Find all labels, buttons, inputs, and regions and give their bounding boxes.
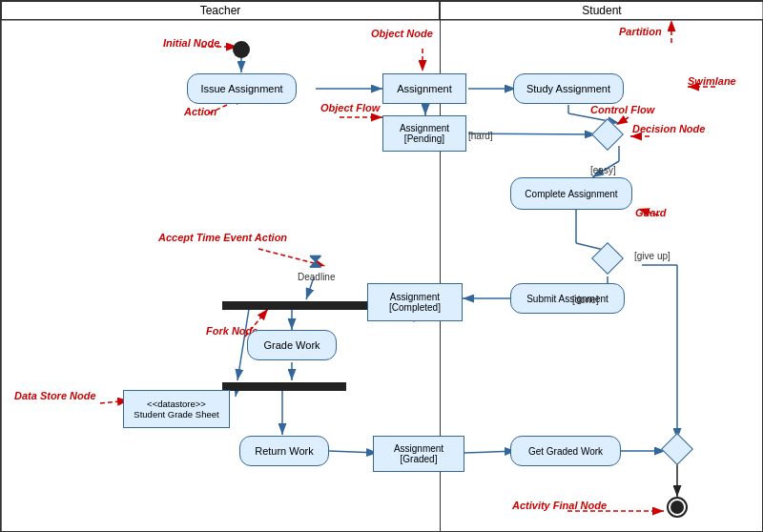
final-diamond-node (661, 433, 693, 465)
swimlane-student-header: Student (440, 1, 763, 20)
join-bar (222, 382, 346, 391)
svg-line-26 (329, 451, 378, 453)
assignment-pending-node: Assignment[Pending] (382, 115, 466, 152)
svg-line-27 (464, 451, 516, 453)
study-assignment-node: Study Assignment (513, 73, 624, 104)
assignment-graded-node: Assignment[Graded] (373, 436, 464, 472)
object-node-annotation: Object Node (371, 28, 433, 39)
give-up-guard: [give up] (634, 251, 670, 261)
easy-guard: [easy] (590, 165, 616, 175)
assignment-obj-node: Assignment (382, 73, 466, 104)
submit-assignment-node: Submit Assignment (510, 283, 625, 314)
deadline-node: ⧗ Deadline (298, 251, 332, 282)
hard-guard: [hard] (468, 131, 493, 141)
accept-time-annotation: Accept Time Event Action (158, 232, 287, 243)
diagram-container: Teacher Student (0, 0, 763, 532)
teacher-label: Teacher (200, 4, 241, 17)
control-flow-annotation: Control Flow (590, 104, 654, 115)
decision-node-annotation: Decision Node (632, 123, 705, 134)
initial-node (233, 41, 250, 58)
decision2-node (591, 242, 624, 275)
partition-annotation: Partition (619, 26, 662, 37)
get-graded-work-node: Get Graded Work (510, 436, 621, 466)
swimlane-annotation: Swimlane (688, 75, 736, 87)
object-flow-annotation: Object Flow (320, 102, 380, 113)
data-store-annotation: Data Store Node (14, 390, 96, 401)
initial-node-annotation: Initial Node (163, 37, 219, 49)
complete-assignment-node: Complete Assignment (510, 177, 632, 210)
assignment-completed-node: Assignment[Completed] (367, 283, 463, 321)
student-label: Student (582, 4, 621, 17)
final-node (667, 497, 688, 518)
decision1-node (591, 118, 624, 151)
issue-assignment-node: Issue Assignment (187, 73, 297, 104)
activity-final-annotation: Activity Final Node (512, 500, 607, 511)
done-guard: [done] (572, 295, 599, 305)
guard-annotation: Guard (635, 207, 666, 218)
student-grade-sheet-node: <<datastore>>Student Grade Sheet (123, 390, 230, 428)
svg-line-38 (616, 117, 629, 125)
swimlane-teacher-header: Teacher (1, 1, 440, 20)
action-annotation: Action (184, 106, 217, 117)
return-work-node: Return Work (239, 436, 329, 466)
grade-work-node: Grade Work (247, 330, 337, 360)
